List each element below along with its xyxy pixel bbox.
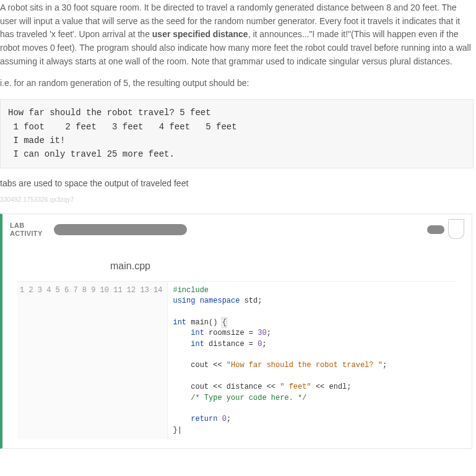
redacted-chip — [427, 225, 444, 234]
sample-output-block: How far should the robot travel? 5 feet … — [0, 99, 474, 168]
lab-activity-panel: LABACTIVITY main.cpp 1 2 3 4 5 6 7 8 9 1… — [0, 214, 472, 449]
lab-header: LABACTIVITY — [10, 220, 464, 239]
code-editor: main.cpp 1 2 3 4 5 6 7 8 9 10 11 12 13 1… — [17, 253, 457, 439]
example-lead: i.e. for an random generation of 5, the … — [0, 77, 474, 90]
code-area[interactable]: #include using namespace std; int main()… — [168, 282, 392, 439]
lab-label: LABACTIVITY — [10, 222, 43, 237]
redacted-title — [54, 224, 187, 235]
spacing-note: tabs are used to space the output of tra… — [0, 177, 474, 191]
shield-icon — [448, 220, 464, 239]
problem-description: A robot sits in a 30 foot square room. I… — [0, 1, 474, 68]
question-id: 330492.1753326.qx3zqy7 — [0, 195, 474, 205]
line-gutter: 1 2 3 4 5 6 7 8 9 10 11 12 13 14 — [17, 282, 168, 439]
file-tab[interactable]: main.cpp — [85, 253, 175, 281]
